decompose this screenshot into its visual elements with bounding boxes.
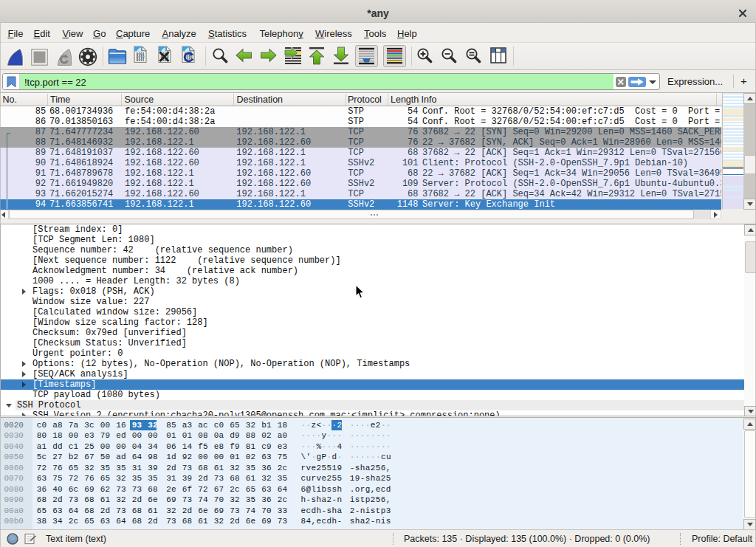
svg-text:0111: 0111 xyxy=(137,58,145,62)
